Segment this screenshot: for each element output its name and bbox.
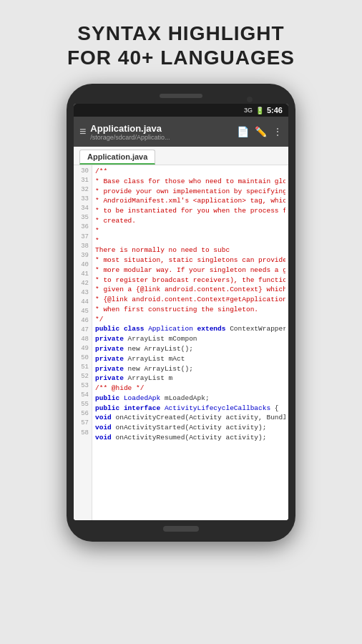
line-number: 33 (77, 195, 89, 204)
code-line: private ArrayList m (95, 374, 285, 384)
header-text: SYNTAX HIGHLIGHT FOR 40+ LANGUAGES (53, 0, 309, 84)
line-number: 56 (77, 409, 89, 419)
code-line: * to register broadcast receivers), the … (95, 275, 285, 286)
code-line: private new ArrayList(); (95, 364, 285, 374)
edit-icon[interactable]: ✏️ (255, 126, 267, 137)
code-line: * created. (95, 216, 285, 226)
code-line: void onActivityResumed(Activity activity… (95, 433, 285, 443)
code-line: * Base class for those who need to maint… (95, 177, 285, 187)
app-toolbar: ≡ Application.java /storage/sdcard/Appli… (74, 117, 288, 147)
code-content[interactable]: /** * Base class for those who need to m… (92, 165, 288, 520)
code-line: public LoadedApk mLoadedApk; (95, 394, 285, 404)
code-line: private ArrayList mCompon (95, 334, 285, 344)
line-number: 51 (77, 363, 89, 372)
line-number: 52 (77, 372, 89, 381)
battery-icon: 🔋 (255, 107, 264, 114)
code-line: /** (95, 167, 285, 177)
line-number: 48 (77, 335, 89, 344)
network-signal: 3G (244, 107, 253, 114)
phone-camera (247, 97, 253, 102)
line-number: 44 (77, 298, 89, 307)
code-line: void onActivityCreated(Activity activity… (95, 413, 285, 423)
line-number: 38 (77, 242, 89, 251)
line-numbers: 3031323334353637383940414243444546474849… (74, 165, 92, 520)
clock: 5:46 (267, 106, 283, 114)
line-number: 43 (77, 288, 89, 298)
code-line: public interface ActivityLifecycleCallba… (95, 404, 285, 414)
file-icon[interactable]: 📄 (237, 126, 249, 137)
line-number: 53 (77, 381, 89, 391)
line-number: 47 (77, 326, 89, 335)
line-number: 57 (77, 419, 89, 428)
line-number: 31 (77, 176, 89, 185)
line-number: 46 (77, 316, 89, 326)
line-number: 42 (77, 279, 89, 288)
file-tab-bar: Application.java (74, 147, 288, 165)
line-number: 39 (77, 251, 89, 260)
toolbar-actions: 📄 ✏️ ⋮ (237, 126, 283, 137)
code-line: * more modular way. If your singleton ne… (95, 265, 285, 275)
line-number: 34 (77, 204, 89, 213)
code-line: * (95, 226, 285, 236)
phone-speaker (160, 94, 202, 98)
line-number: 41 (77, 270, 89, 279)
code-line: * to be instantiated for you when the pr… (95, 206, 285, 216)
line-number: 50 (77, 353, 89, 363)
code-line: * when first constructing the singleton. (95, 305, 285, 315)
code-line: void onActivityStarted(Activity activity… (95, 423, 285, 433)
code-line: * {@link android.content.Context#getAppl… (95, 295, 285, 305)
line-number: 58 (77, 429, 89, 438)
code-line: * given a {@link android.content.Context… (95, 285, 285, 295)
code-line: * There is normally no need to subc (95, 236, 285, 256)
line-number: 54 (77, 391, 89, 400)
code-area: 3031323334353637383940414243444546474849… (74, 165, 288, 520)
phone-home-bar[interactable] (163, 526, 199, 532)
file-tab-application-java[interactable]: Application.java (79, 150, 155, 165)
status-bar: 3G 🔋 5:46 (74, 104, 288, 117)
code-line: * most situation, static singletons can … (95, 255, 285, 265)
line-number: 35 (77, 213, 89, 223)
line-number: 30 (77, 167, 89, 176)
line-number: 37 (77, 233, 89, 242)
toolbar-filename: Application.java (90, 123, 233, 134)
toolbar-path: /storage/sdcard/Applicatio... (90, 134, 233, 141)
phone-screen: 3G 🔋 5:46 ≡ Application.java /storage/sd… (74, 104, 288, 520)
toolbar-title-block: Application.java /storage/sdcard/Applica… (90, 123, 233, 141)
line-number: 45 (77, 307, 89, 316)
code-line: /** @hide */ (95, 384, 285, 394)
line-number: 36 (77, 223, 89, 232)
code-line: private ArrayList mAct (95, 354, 285, 364)
code-line: * AndroidManifest.xml's <application> ta… (95, 196, 285, 206)
code-line: private new ArrayList(); (95, 344, 285, 354)
line-number: 49 (77, 344, 89, 353)
line-number: 32 (77, 185, 89, 195)
code-line: public class Application extends Context… (95, 324, 285, 334)
code-line: * provide your own implementation by spe… (95, 187, 285, 197)
phone-device: 3G 🔋 5:46 ≡ Application.java /storage/sd… (67, 84, 295, 542)
line-number: 40 (77, 260, 89, 270)
code-line: */ (95, 315, 285, 325)
more-options-icon[interactable]: ⋮ (273, 126, 283, 137)
menu-icon[interactable]: ≡ (79, 126, 86, 137)
line-number: 55 (77, 400, 89, 409)
